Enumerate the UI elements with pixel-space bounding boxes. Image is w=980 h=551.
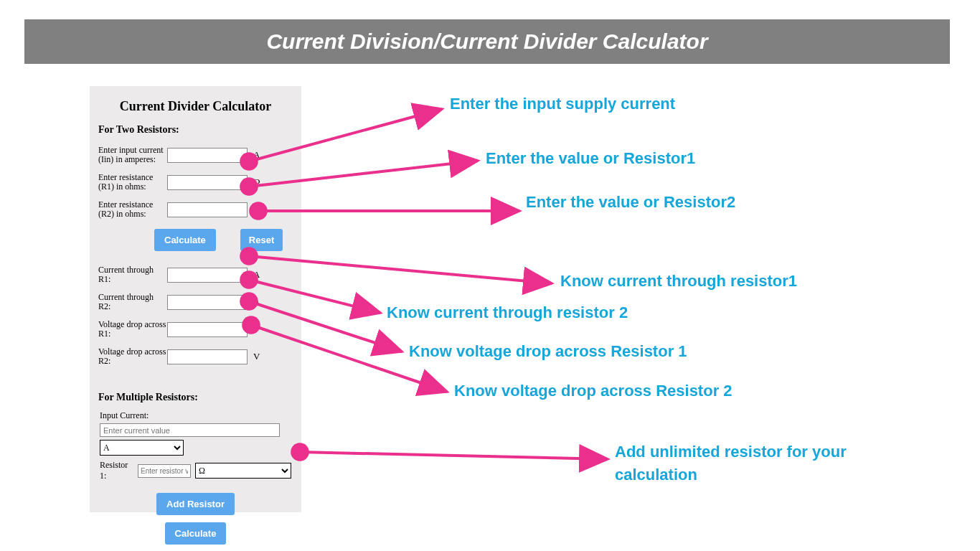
panel-title: Current Divider Calculator [90,86,301,124]
annot-v1: Know voltage drop across Resistor 1 [409,342,687,362]
row-out-v2: Voltage drop across R2: V [90,344,301,372]
output-v1-field[interactable] [167,322,248,337]
input-r1-field[interactable] [167,175,248,190]
row-r1: Enter resistance (R1) in ohms: Ω [90,170,301,197]
annot-r1: Enter the value or Resistor1 [486,149,695,169]
unit-a: A [248,269,260,281]
output-i1-field[interactable] [167,268,248,283]
multi-input-current-field[interactable] [100,423,280,437]
section-multi-resistors: For Multiple Resistors: [90,392,301,410]
label-out-i1: Current through R1: [98,265,167,284]
annot-input-current: Enter the input supply current [450,94,675,114]
calculate-button[interactable]: Calculate [154,229,216,251]
annot-i1: Know current through resistor1 [560,271,797,291]
unit-a: A [248,296,260,308]
label-out-v2: Voltage drop across R2: [98,347,167,366]
input-current-field[interactable] [167,148,248,163]
multi-current-unit-select[interactable]: A [100,440,184,456]
label-r2: Enter resistance (R2) in ohms: [98,200,167,219]
multi-r1-unit-select[interactable]: Ω [195,463,291,479]
page-banner: Current Division/Current Divider Calcula… [24,19,950,64]
row-out-i1: Current through R1: A [90,263,301,290]
reset-button[interactable]: Reset [240,229,283,251]
unit-v: V [248,351,260,362]
multi-r1-field[interactable] [138,464,191,478]
add-resistor-button[interactable]: Add Resistor [156,493,235,515]
label-input-current: Enter input current (Iin) in amperes: [98,146,167,164]
row-input-current: Enter input current (Iin) in amperes: A [90,143,301,170]
unit-ohm: Ω [248,176,260,188]
row-out-i2: Current through R2: A [90,290,301,317]
label-multi-r1: Resistor 1: [100,460,133,481]
label-multi-input-current: Input Current: [100,410,291,421]
label-out-i2: Current through R2: [98,293,167,311]
input-r2-field[interactable] [167,202,248,217]
svg-line-8 [300,452,608,459]
multi-calculate-button[interactable]: Calculate [165,522,227,545]
annot-r2: Enter the value or Resistor2 [526,192,735,212]
output-i2-field[interactable] [167,295,248,310]
calculator-panel: Current Divider Calculator For Two Resis… [90,86,301,512]
label-r1: Enter resistance (R1) in ohms: [98,173,167,192]
section-two-resistors: For Two Resistors: [90,124,301,143]
row-out-v1: Voltage drop across R1: V [90,317,301,344]
annot-v2: Know voltage drop across Resistor 2 [454,381,732,401]
unit-v: V [248,324,260,335]
annot-i2: Know current through resistor 2 [387,303,628,323]
annot-add-resistor: Add unlimited resistor for yourcalculati… [615,441,873,486]
label-out-v1: Voltage drop across R1: [98,320,167,339]
unit-a: A [248,149,260,161]
row-r2: Enter resistance (R2) in ohms: Ω [90,197,301,225]
unit-ohm: Ω [248,204,260,215]
output-v2-field[interactable] [167,349,248,364]
